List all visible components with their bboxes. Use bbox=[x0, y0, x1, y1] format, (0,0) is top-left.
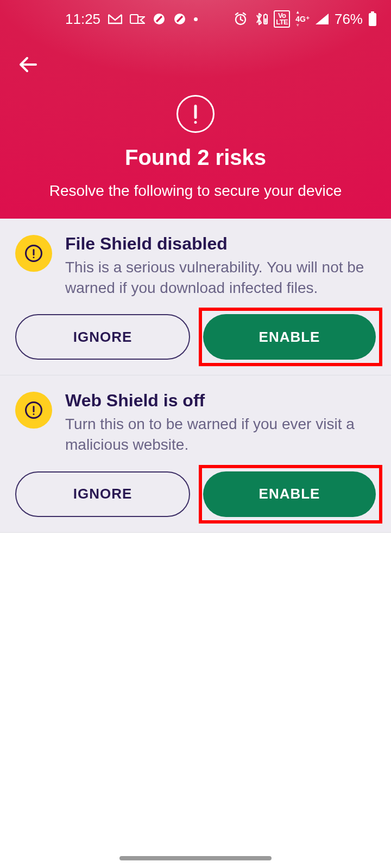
battery-percent: 76% bbox=[335, 11, 363, 28]
bluetooth-battery-icon bbox=[253, 12, 268, 26]
status-left: 11:25 bbox=[65, 11, 198, 28]
volte-badge: Vo LTE bbox=[274, 10, 290, 28]
network-type: ▲ 4G⁺ ▼ bbox=[295, 9, 310, 29]
hero-header: 11:25 bbox=[0, 0, 391, 219]
risk-title: Web Shield is off bbox=[65, 391, 376, 411]
dnd-icon-2 bbox=[173, 12, 186, 25]
status-right: Vo LTE ▲ 4G⁺ ▼ 76% bbox=[234, 9, 377, 29]
svg-rect-0 bbox=[130, 15, 138, 23]
risk-list: File Shield disabled This is a serious v… bbox=[0, 219, 391, 533]
risk-card-web-shield: Web Shield is off Turn this on to be war… bbox=[0, 375, 391, 532]
status-time: 11:25 bbox=[65, 11, 100, 28]
enable-button[interactable]: ENABLE bbox=[203, 314, 376, 360]
ignore-button[interactable]: IGNORE bbox=[15, 314, 190, 360]
outlook-icon bbox=[130, 14, 145, 24]
hero-subtitle: Resolve the following to secure your dev… bbox=[0, 182, 391, 200]
svg-rect-10 bbox=[371, 11, 374, 13]
alarm-icon bbox=[234, 12, 248, 26]
enable-button[interactable]: ENABLE bbox=[203, 471, 376, 517]
alert-icon bbox=[176, 95, 215, 133]
risk-title: File Shield disabled bbox=[65, 234, 376, 254]
screen: 11:25 bbox=[0, 0, 391, 868]
arrow-left-icon bbox=[17, 54, 39, 75]
home-indicator[interactable] bbox=[119, 856, 272, 860]
risk-card-file-shield: File Shield disabled This is a serious v… bbox=[0, 219, 391, 375]
svg-rect-8 bbox=[265, 14, 266, 15]
risk-description: This is a serious vulnerability. You wil… bbox=[65, 257, 376, 298]
gmail-icon bbox=[108, 14, 122, 24]
warning-icon bbox=[15, 235, 52, 272]
more-notifications-dot bbox=[194, 17, 198, 21]
svg-rect-7 bbox=[265, 18, 267, 23]
back-button[interactable] bbox=[15, 52, 41, 78]
ignore-button[interactable]: IGNORE bbox=[15, 471, 190, 517]
signal-icon bbox=[315, 13, 329, 25]
status-bar: 11:25 bbox=[0, 0, 391, 38]
battery-icon bbox=[368, 11, 377, 27]
warning-icon bbox=[15, 392, 52, 429]
risk-description: Turn this on to be warned if you ever vi… bbox=[65, 414, 376, 455]
hero-title: Found 2 risks bbox=[0, 145, 391, 170]
dnd-icon bbox=[153, 12, 166, 25]
